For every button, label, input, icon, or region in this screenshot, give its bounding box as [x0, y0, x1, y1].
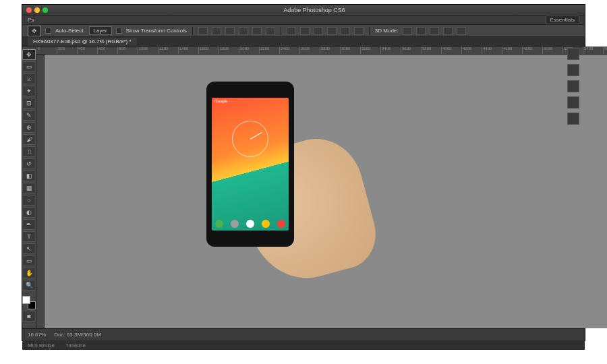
- tools-panel: ✥ ▭ ⟀ ✦ ⊡ ✎ ⊕ 🖌 ⎍ ↺ ◧ ▦ ○ ◐ ✒ T ↖ ▭ ✋ 🔍 …: [22, 47, 36, 328]
- ruler-tick: 4000: [441, 47, 461, 54]
- collapsed-panel-styles-icon[interactable]: [567, 113, 579, 125]
- ruler-tick: 3200: [360, 47, 380, 54]
- marquee-tool[interactable]: ▭: [22, 61, 36, 72]
- tab-timeline[interactable]: Timeline: [60, 342, 91, 349]
- collapsed-panel-actions-icon[interactable]: [567, 64, 579, 76]
- align-right-icon[interactable]: [225, 27, 235, 35]
- ruler-tick: 3800: [421, 47, 441, 54]
- ruler-tick: 600: [97, 47, 117, 54]
- eyedropper-tool[interactable]: ✎: [22, 110, 36, 121]
- brush-tool[interactable]: 🖌: [22, 134, 36, 145]
- distribute-5-icon[interactable]: [341, 27, 350, 35]
- traffic-minimize-button[interactable]: [34, 7, 40, 13]
- status-bar: 16.67% Doc: 63.3M/360.0M: [22, 328, 585, 340]
- phone-brand: Google: [214, 99, 227, 103]
- type-tool[interactable]: T: [22, 231, 36, 242]
- canvas[interactable]: Google: [45, 55, 607, 328]
- phone-dock-gmail-icon: [277, 220, 285, 228]
- ruler-tick: 5400: [583, 47, 603, 54]
- align-center-h-icon[interactable]: [212, 27, 221, 35]
- move-tool-icon[interactable]: ✥: [28, 26, 41, 36]
- ruler-tick: 3400: [380, 47, 401, 54]
- tab-mini-bridge[interactable]: Mini Bridge: [22, 342, 60, 349]
- doc-size: Doc: 63.3M/360.0M: [54, 332, 101, 338]
- workspace-switcher[interactable]: Essentials: [546, 16, 579, 24]
- 3d-mode-3-icon[interactable]: [430, 27, 439, 35]
- canvas-content-phone: Google: [206, 82, 294, 247]
- ruler-tick: 5600: [603, 47, 607, 54]
- hand-tool[interactable]: ✋: [22, 268, 36, 278]
- ruler-tick: 2800: [320, 47, 340, 54]
- distribute-2-icon[interactable]: [300, 27, 310, 35]
- zoom-tool[interactable]: 🔍: [22, 280, 36, 291]
- phone-dock-chrome-icon: [262, 220, 270, 228]
- distribute-1-icon[interactable]: [287, 27, 296, 35]
- ruler-tick: 800: [117, 47, 138, 54]
- 3d-mode-5-icon[interactable]: [457, 27, 466, 35]
- 3d-mode-1-icon[interactable]: [403, 27, 412, 35]
- phone-dock-phone-icon: [215, 220, 223, 228]
- distribute-6-icon[interactable]: [354, 27, 364, 35]
- show-transform-checkbox[interactable]: [116, 28, 122, 34]
- options-bar: ✥ Auto-Select: Layer Show Transform Cont…: [22, 25, 585, 37]
- distribute-4-icon[interactable]: [327, 27, 337, 35]
- lasso-tool[interactable]: ⟀: [22, 73, 36, 84]
- align-center-v-icon[interactable]: [252, 27, 262, 35]
- wand-tool[interactable]: ✦: [22, 86, 36, 96]
- 3d-mode-2-icon[interactable]: [416, 27, 426, 35]
- ruler-tick: 4200: [461, 47, 482, 54]
- align-left-icon[interactable]: [198, 27, 208, 35]
- history-brush-tool[interactable]: ↺: [22, 158, 36, 169]
- ruler-tick: 1600: [198, 47, 219, 54]
- menu-bar: Ps Essentials: [22, 16, 585, 25]
- distribute-3-icon[interactable]: [314, 27, 323, 35]
- color-swatches[interactable]: [22, 296, 36, 309]
- ruler-tick: 3000: [340, 47, 360, 54]
- ruler-tick: 5000: [542, 47, 562, 54]
- crop-tool[interactable]: ⊡: [22, 98, 36, 109]
- ruler-tick: 4800: [522, 47, 542, 54]
- collapsed-panel-swatches-icon[interactable]: [567, 96, 579, 109]
- menu-ps-icon[interactable]: Ps: [28, 17, 34, 23]
- ruler-tick: 200: [57, 47, 77, 54]
- ruler-tick: 1000: [138, 47, 158, 54]
- stamp-tool[interactable]: ⎍: [22, 146, 36, 157]
- ruler-tick: 2600: [299, 47, 320, 54]
- show-transform-label: Show Transform Controls: [126, 28, 187, 34]
- traffic-close-button[interactable]: [26, 7, 32, 13]
- traffic-zoom-button[interactable]: [42, 7, 48, 13]
- ruler-tick: 0: [36, 47, 57, 54]
- document-tab[interactable]: HX9A0377-Edit.psd @ 16.7% (RGB/8*) *: [28, 38, 137, 45]
- ruler-tick: 1400: [178, 47, 198, 54]
- align-top-icon[interactable]: [239, 27, 248, 35]
- eraser-tool[interactable]: ◧: [22, 171, 36, 181]
- ruler-tick: 400: [77, 47, 97, 54]
- dodge-tool[interactable]: ◐: [22, 207, 36, 218]
- ruler-tick: 4400: [482, 47, 502, 54]
- zoom-level[interactable]: 16.67%: [28, 332, 46, 338]
- auto-select-checkbox[interactable]: [45, 28, 51, 34]
- align-bottom-icon[interactable]: [266, 27, 275, 35]
- window-titlebar: Adobe Photoshop CS6: [22, 5, 585, 16]
- vertical-ruler[interactable]: [36, 55, 45, 328]
- collapsed-panel-color-icon[interactable]: [567, 80, 579, 92]
- phone-dock-contacts-icon: [231, 220, 239, 228]
- quick-mask-button[interactable]: ◙: [22, 311, 36, 322]
- shape-tool[interactable]: ▭: [22, 255, 36, 266]
- blur-tool[interactable]: ○: [22, 195, 36, 206]
- gradient-tool[interactable]: ▦: [22, 183, 36, 193]
- healing-tool[interactable]: ⊕: [22, 122, 36, 133]
- auto-select-dropdown[interactable]: Layer: [89, 26, 112, 35]
- auto-select-label: Auto-Select:: [55, 28, 85, 34]
- collapsed-panel-history-icon[interactable]: [567, 48, 579, 60]
- pen-tool[interactable]: ✒: [22, 219, 36, 230]
- 3d-mode-4-icon[interactable]: [443, 27, 453, 35]
- horizontal-ruler[interactable]: 0200400600800100012001400160018002000220…: [36, 47, 607, 55]
- path-tool[interactable]: ↖: [22, 243, 36, 254]
- ruler-tick: 2200: [259, 47, 279, 54]
- ruler-tick: 2000: [239, 47, 259, 54]
- ruler-tick: 1800: [219, 47, 239, 54]
- move-tool[interactable]: ✥: [22, 49, 36, 60]
- app-title: Adobe Photoshop CS6: [48, 7, 581, 13]
- ruler-tick: 3600: [401, 47, 421, 54]
